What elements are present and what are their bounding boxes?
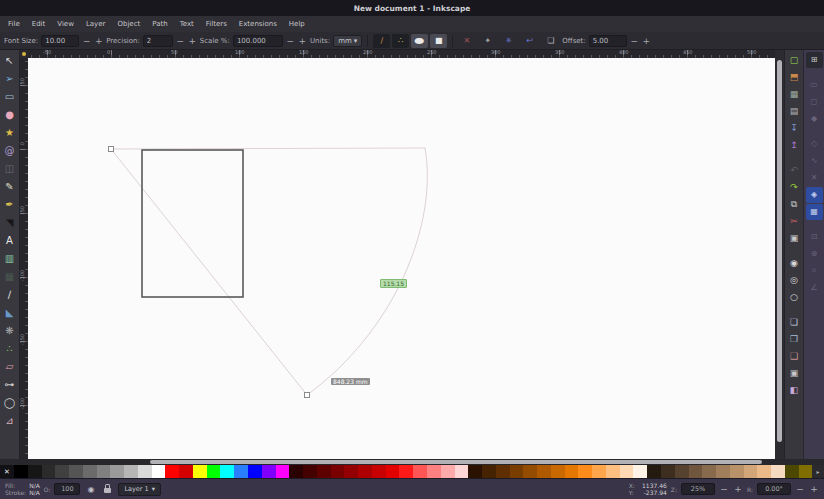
palette-swatch[interactable]	[69, 465, 83, 478]
mesh-tool[interactable]: ▦	[1, 268, 19, 286]
palette-swatch[interactable]	[647, 465, 661, 478]
measure-phantom-button[interactable]: ⌖	[479, 34, 496, 48]
palette-swatch[interactable]	[744, 465, 758, 478]
palette-swatch[interactable]	[303, 465, 317, 478]
palette-swatch[interactable]	[28, 465, 42, 478]
palette-swatch[interactable]	[344, 465, 358, 478]
zoom-input[interactable]: 25%	[681, 483, 715, 495]
pencil-tool[interactable]: ✎	[1, 178, 19, 196]
palette-swatch[interactable]	[248, 465, 262, 478]
palette-swatch[interactable]	[138, 465, 152, 478]
palette-swatch[interactable]	[55, 465, 69, 478]
scale-increase-button[interactable]: +	[298, 35, 307, 47]
palette-swatch[interactable]	[592, 465, 606, 478]
palette-swatch[interactable]	[331, 465, 345, 478]
palette-swatch[interactable]	[661, 465, 675, 478]
palette-swatch[interactable]	[537, 465, 551, 478]
measure-rect-toggle[interactable]: ■	[430, 34, 447, 48]
palette-swatch[interactable]	[193, 465, 207, 478]
measure-ellipse-toggle[interactable]: ●	[411, 34, 428, 48]
palette-swatch[interactable]	[14, 465, 28, 478]
palette-swatch[interactable]	[372, 465, 386, 478]
measure-tool[interactable]: ⊿	[1, 412, 19, 430]
precision-decrease-button[interactable]: −	[176, 35, 185, 47]
palette-swatch[interactable]	[496, 465, 510, 478]
measure-snap-button[interactable]: ✳	[500, 34, 517, 48]
calligraphy-tool[interactable]: ◥	[1, 214, 19, 232]
precision-input[interactable]: 2	[143, 35, 173, 47]
palette-swatch[interactable]	[551, 465, 565, 478]
snap-center-toggle[interactable]: ⊕	[806, 246, 823, 262]
palette-swatch[interactable]	[468, 465, 482, 478]
node-tool[interactable]: ➢	[1, 70, 19, 88]
palette-swatch[interactable]	[124, 465, 138, 478]
tweak-tool[interactable]: ❋	[1, 322, 19, 340]
snap-node-toggle[interactable]: ◇	[806, 136, 823, 152]
save-button[interactable]: ▦	[786, 86, 803, 103]
menu-edit[interactable]: Edit	[26, 18, 52, 30]
rectangle-tool[interactable]: ▭	[1, 88, 19, 106]
snap-path-toggle[interactable]: ∿	[806, 153, 823, 169]
spiral-tool[interactable]: @	[1, 142, 19, 160]
snap-guide-toggle[interactable]: ∠	[806, 280, 823, 296]
menu-layer[interactable]: Layer	[80, 18, 112, 30]
menu-text[interactable]: Text	[174, 18, 200, 30]
font-size-decrease-button[interactable]: −	[82, 35, 91, 47]
menu-object[interactable]: Object	[111, 18, 146, 30]
offset-input[interactable]: 5.00	[589, 35, 627, 47]
palette-swatch[interactable]	[482, 465, 496, 478]
measure-convert-button[interactable]: ❏	[542, 34, 559, 48]
palette-swatch[interactable]	[689, 465, 703, 478]
clone-button[interactable]: ❐	[786, 331, 803, 348]
scale-decrease-button[interactable]: −	[286, 35, 295, 47]
menu-filters[interactable]: Filters	[200, 18, 233, 30]
measure-reverse-button[interactable]: ↩	[521, 34, 538, 48]
paste-button[interactable]: ▣	[786, 230, 803, 247]
canvas[interactable]: 115.15 848.23 mm	[28, 58, 775, 459]
vertical-ruler[interactable]: 500-50-100-150-200	[20, 58, 28, 459]
measure-ignore-button[interactable]: ✕	[458, 34, 475, 48]
dropper-tool[interactable]: ∕	[1, 286, 19, 304]
zoom-increase-button[interactable]: +	[733, 484, 743, 494]
snap-bbox-edge-toggle[interactable]: ◻	[806, 94, 823, 110]
layer-dropdown[interactable]: Layer 1 ▾	[118, 483, 161, 496]
palette-swatch[interactable]	[42, 465, 56, 478]
palette-swatch[interactable]	[510, 465, 524, 478]
snap-bbox-toggle[interactable]: ▭	[806, 77, 823, 93]
palette-swatch[interactable]	[165, 465, 179, 478]
connector-tool[interactable]: ⊶	[1, 376, 19, 394]
layer-lock-toggle[interactable]	[101, 483, 114, 496]
palette-swatch[interactable]	[399, 465, 413, 478]
duplicate-button[interactable]: ❏	[786, 314, 803, 331]
export-button[interactable]: ↥	[786, 137, 803, 154]
palette-swatch[interactable]	[386, 465, 400, 478]
zoom-drawing-button[interactable]: ◎	[786, 272, 803, 289]
rotation-decrease-button[interactable]: −	[795, 484, 805, 494]
palette-swatch[interactable]	[220, 465, 234, 478]
menu-extensions[interactable]: Extensions	[233, 18, 283, 30]
path-node-start[interactable]	[109, 147, 114, 152]
palette-swatch[interactable]	[83, 465, 97, 478]
palette-swatch[interactable]	[799, 465, 813, 478]
eraser-tool[interactable]: ▱	[1, 358, 19, 376]
undo-button[interactable]: ↶	[786, 162, 803, 179]
pen-tool[interactable]: ✒	[1, 196, 19, 214]
palette-swatch[interactable]	[455, 465, 469, 478]
palette-swatch[interactable]	[152, 465, 166, 478]
horizontal-scrollbar[interactable]	[0, 459, 824, 465]
vertical-scrollbar-thumb[interactable]	[777, 60, 782, 442]
horizontal-scrollbar-thumb[interactable]	[150, 460, 762, 464]
palette-swatch[interactable]	[702, 465, 716, 478]
ellipse-tool[interactable]: ●	[1, 106, 19, 124]
menu-path[interactable]: Path	[146, 18, 173, 30]
palette-swatch[interactable]	[757, 465, 771, 478]
print-button[interactable]: ▤	[786, 103, 803, 120]
import-button[interactable]: ↧	[786, 120, 803, 137]
palette-swatch[interactable]	[179, 465, 193, 478]
selector-tool[interactable]: ↖	[1, 52, 19, 70]
vertical-scrollbar[interactable]	[775, 50, 784, 459]
palette-swatch[interactable]	[633, 465, 647, 478]
gradient-tool[interactable]: ▥	[1, 250, 19, 268]
palette-swatch[interactable]	[317, 465, 331, 478]
offset-decrease-button[interactable]: −	[630, 35, 639, 47]
